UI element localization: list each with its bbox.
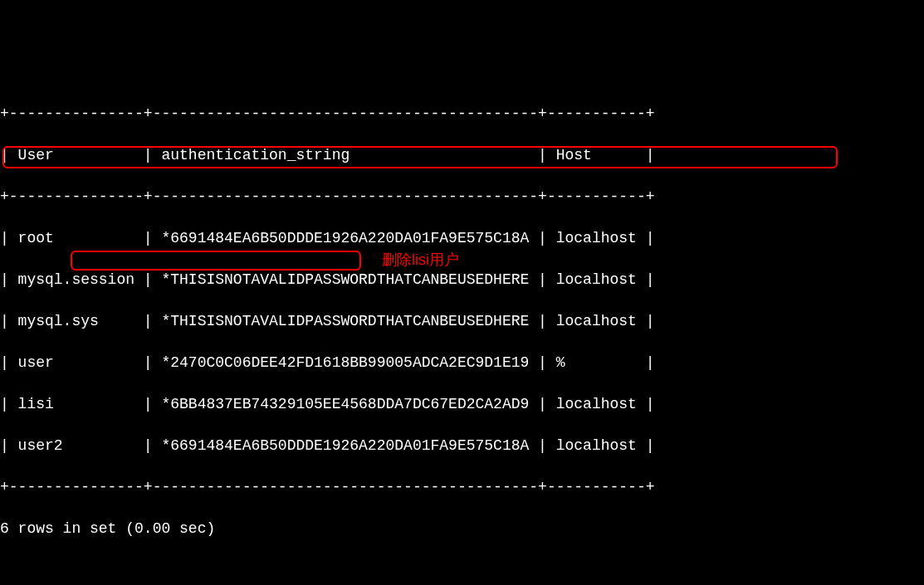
table-row: | root | *6691484EA6B50DDDE1926A220DA01F… — [0, 228, 924, 249]
annotation-delete-user: 删除lisi用户 — [382, 250, 459, 271]
table-row: | user2 | *6691484EA6B50DDDE1926A220DA01… — [0, 436, 924, 456]
blank-line — [0, 560, 924, 581]
table-header: | User | authentication_string | Host | — [0, 145, 924, 166]
table-border: +---------------+-----------------------… — [0, 104, 924, 124]
table-border: +---------------+-----------------------… — [0, 187, 924, 207]
result-summary: 6 rows in set (0.00 sec) — [0, 519, 924, 539]
table-row-highlighted: | lisi | *6BB4837EB74329105EE4568DDA7DC6… — [0, 394, 924, 415]
terminal-output: +---------------+-----------------------… — [0, 83, 924, 585]
table-row: | mysql.session | *THISISNOTAVALIDPASSWO… — [0, 270, 924, 290]
table-row: | mysql.sys | *THISISNOTAVALIDPASSWORDTH… — [0, 311, 924, 332]
table-border: +---------------+-----------------------… — [0, 477, 924, 498]
table-row: | user | *2470C0C06DEE42FD1618BB99005ADC… — [0, 353, 924, 373]
